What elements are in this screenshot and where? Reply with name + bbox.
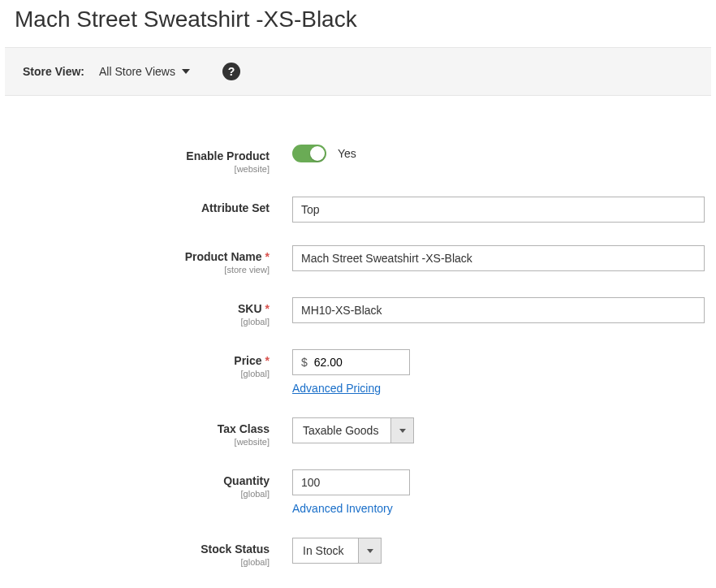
label-tax-class: Tax Class [218, 422, 270, 435]
stock-status-select[interactable]: In Stock [292, 538, 382, 564]
store-view-label: Store View: [23, 65, 84, 78]
scope-tax-class: [website] [0, 437, 270, 447]
enable-product-value: Yes [338, 147, 356, 160]
toggle-knob-icon [310, 146, 325, 161]
label-enable-product: Enable Product [186, 149, 270, 162]
stock-status-value: In Stock [293, 538, 358, 563]
required-star-icon: * [265, 302, 270, 315]
row-stock-status: Stock Status [global] In Stock [0, 538, 716, 567]
row-tax-class: Tax Class [website] Taxable Goods [0, 417, 716, 447]
product-name-input[interactable] [292, 245, 705, 271]
tax-class-select[interactable]: Taxable Goods [292, 417, 414, 443]
attribute-set-input[interactable] [292, 197, 705, 223]
row-price: Price* [global] $ Advanced Pricing [0, 349, 716, 395]
advanced-inventory-link[interactable]: Advanced Inventory [292, 502, 393, 515]
store-view-value: All Store Views [99, 65, 175, 78]
page-title: Mach Street Sweatshirt -XS-Black [0, 0, 716, 47]
chevron-down-icon [367, 549, 373, 553]
select-button [390, 418, 413, 443]
scope-product-name: [store view] [0, 265, 270, 275]
scope-enable-product: [website] [0, 164, 270, 174]
scope-sku: [global] [0, 317, 270, 326]
scope-quantity: [global] [0, 489, 270, 499]
label-product-name: Product Name* [185, 250, 270, 263]
currency-symbol: $ [293, 350, 314, 374]
tax-class-value: Taxable Goods [293, 418, 390, 443]
label-sku: SKU* [238, 302, 270, 315]
advanced-pricing-link[interactable]: Advanced Pricing [292, 382, 381, 395]
required-star-icon: * [265, 250, 270, 263]
chevron-down-icon [399, 429, 406, 433]
enable-product-toggle[interactable] [292, 145, 326, 162]
caret-down-icon [182, 69, 190, 74]
quantity-input[interactable] [292, 469, 410, 495]
select-button [358, 538, 381, 563]
help-icon[interactable]: ? [222, 63, 240, 80]
sku-input[interactable] [292, 297, 705, 323]
label-stock-status: Stock Status [201, 543, 270, 556]
price-input-wrap: $ [292, 349, 410, 375]
row-quantity: Quantity [global] Advanced Inventory [0, 469, 716, 515]
label-attribute-set: Attribute Set [201, 201, 270, 214]
row-enable-product: Enable Product [website] Yes [0, 145, 716, 174]
product-form: Enable Product [website] Yes Attribute S… [0, 96, 716, 588]
required-star-icon: * [265, 354, 270, 367]
row-product-name: Product Name* [store view] [0, 245, 716, 275]
row-attribute-set: Attribute Set [0, 197, 716, 223]
label-price: Price* [234, 354, 270, 367]
scope-price: [global] [0, 369, 270, 378]
store-view-dropdown[interactable]: All Store Views [99, 65, 190, 78]
store-view-bar: Store View: All Store Views ? [5, 47, 711, 96]
price-input[interactable] [314, 350, 409, 374]
row-sku: SKU* [global] [0, 297, 716, 326]
scope-stock-status: [global] [0, 557, 270, 567]
label-quantity: Quantity [223, 474, 270, 487]
